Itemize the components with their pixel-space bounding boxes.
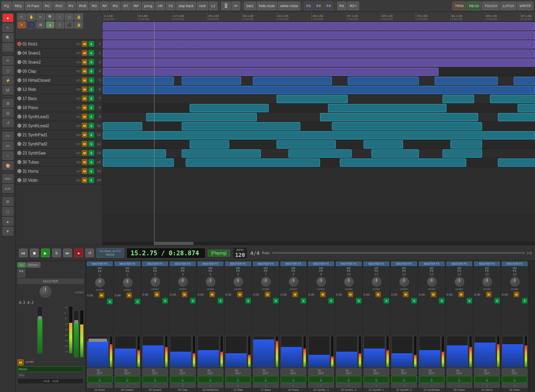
lt-split[interactable]: ⚡ — [2, 76, 13, 85]
ch-inout[interactable]: INOUT — [87, 368, 113, 375]
forward-button[interactable]: ⏭ — [63, 249, 72, 257]
stop-button[interactable]: ⏹ — [30, 249, 39, 257]
clip[interactable] — [146, 113, 257, 121]
ch-fader[interactable] — [253, 336, 275, 368]
clip[interactable] — [364, 140, 403, 149]
tb-vs[interactable]: VS — [166, 2, 175, 10]
track-mute[interactable]: M — [82, 96, 87, 101]
track-solo[interactable]: S — [89, 77, 94, 83]
track-solo[interactable]: S — [89, 177, 94, 183]
tool-x3[interactable]: ⊞ — [36, 21, 45, 28]
track-item-ride[interactable]: 12 Ride I/O M S 6 — [16, 85, 102, 94]
ch-circle[interactable]: ○ — [170, 383, 196, 388]
clip[interactable] — [443, 95, 474, 103]
track-lane-synthsaw[interactable] — [103, 131, 535, 140]
ch-pan-knob[interactable] — [316, 277, 326, 286]
track-mute[interactable]: M — [82, 87, 87, 92]
track-item-hihat[interactable]: 10 HiHatClosed I/O M S 5 — [16, 76, 102, 85]
ch-inout[interactable]: INOUT — [336, 368, 362, 375]
track-lane-snare1[interactable] — [103, 31, 535, 40]
tool-x4[interactable]: ▲ — [46, 21, 55, 28]
clip[interactable] — [332, 122, 482, 130]
lt-mute[interactable]: M — [2, 86, 13, 94]
lt-loop[interactable]: ↺ — [2, 119, 13, 127]
tool-x1[interactable]: ✕ — [17, 21, 26, 28]
lt-arrow-down[interactable]: ▼ — [2, 227, 13, 236]
track-solo[interactable]: S — [89, 123, 94, 128]
ch-fader[interactable] — [225, 336, 247, 368]
tool-x7[interactable]: 🔒 — [74, 21, 83, 28]
tb-rp[interactable]: RP — [132, 2, 141, 10]
track-mute[interactable]: M — [82, 150, 87, 156]
ch-pan-knob[interactable] — [344, 277, 354, 286]
ch-pan-knob[interactable] — [510, 277, 520, 286]
ch-inout[interactable]: INOUT — [142, 368, 168, 375]
clip[interactable] — [103, 149, 166, 158]
tb-rc[interactable]: RC — [43, 2, 53, 10]
clip[interactable] — [103, 77, 174, 85]
ch-fader[interactable] — [308, 336, 330, 368]
track-mute[interactable]: M — [82, 77, 87, 83]
tb-pq[interactable]: PQ — [2, 2, 11, 10]
tb-touch[interactable]: TOUCH — [482, 2, 499, 10]
track-item-piano[interactable]: 18 Piano I/O M S 8 — [16, 103, 102, 112]
ch-solo-btn[interactable]: S — [162, 298, 168, 303]
clip[interactable] — [103, 86, 535, 94]
ch-r[interactable]: ↓R — [225, 376, 251, 383]
tb-fx1[interactable]: FX — [304, 2, 313, 10]
ch-inout[interactable]: INOUT — [474, 368, 500, 375]
tb-fx2[interactable]: FX — [314, 2, 324, 10]
ch-inout[interactable]: INOUT — [170, 368, 196, 375]
lt-select[interactable]: ⬚ — [2, 43, 13, 52]
ch-pan-knob[interactable] — [151, 277, 160, 286]
lt-pencil[interactable]: ✏ — [2, 56, 13, 65]
tb-write[interactable]: WRITE — [517, 2, 533, 10]
tool-x2[interactable]: ⬚ — [27, 21, 36, 28]
ch-mute-btn[interactable]: M — [292, 292, 298, 297]
master-mute[interactable]: M — [17, 359, 24, 366]
ch-pan-knob[interactable] — [289, 277, 298, 286]
tool-x6[interactable]: ⬛ — [65, 21, 73, 28]
empty-lane[interactable] — [103, 167, 535, 215]
lt-eraser[interactable]: ◻ — [2, 66, 13, 75]
tb-hipass[interactable]: Hi Pass — [25, 2, 42, 10]
tb-rg[interactable]: RG — [110, 2, 121, 10]
ch-mute-btn[interactable]: M — [514, 292, 519, 297]
ch-circle[interactable]: ○ — [364, 383, 389, 388]
clip[interactable] — [103, 122, 142, 130]
tool-bezier[interactable]: ~ — [55, 13, 64, 21]
track-solo[interactable]: S — [89, 50, 94, 56]
ch-inout[interactable]: INOUT — [364, 368, 389, 375]
bpm-display[interactable]: BPM 120 — [232, 247, 248, 259]
clip[interactable] — [518, 104, 535, 112]
ch-fader[interactable] — [142, 336, 164, 368]
ch-circle[interactable]: ○ — [474, 383, 500, 388]
pause-button[interactable]: ⏸ — [52, 249, 61, 257]
ch-circle[interactable]: ○ — [281, 383, 306, 388]
track-item-synthpad2[interactable]: 22 SynthPad2 I/O M S 12 — [16, 139, 102, 149]
track-solo[interactable]: S — [89, 96, 94, 101]
track-item-kick1[interactable]: 01 Kick1 I/O M S 1 — [16, 40, 102, 49]
tb-rock[interactable]: rock — [197, 2, 208, 10]
clip[interactable] — [340, 158, 466, 167]
ch-inout[interactable]: INOUT — [446, 368, 472, 375]
track-solo[interactable]: S — [89, 114, 94, 119]
tool-zoom[interactable]: 🔍 — [46, 13, 55, 21]
track-mute[interactable]: M — [82, 168, 87, 174]
ch-circle[interactable]: ○ — [198, 383, 223, 388]
ch-r[interactable]: ↓R — [474, 376, 500, 383]
lt-color[interactable]: 🎨 — [2, 161, 13, 170]
ch-mute-btn[interactable]: M — [182, 292, 187, 297]
play-button[interactable]: ▶ — [41, 249, 50, 257]
track-item-tubas[interactable]: 30 Tubas I/O M S 14 — [16, 158, 102, 167]
track-item-synthlead2[interactable]: 20 SynthLead2 I/O M S 10 — [16, 121, 102, 130]
ch-solo-btn[interactable]: S — [356, 298, 362, 303]
ch-fader[interactable] — [446, 336, 468, 368]
ch-solo-btn[interactable]: S — [328, 298, 334, 303]
track-lane-horns[interactable] — [103, 149, 535, 158]
track-lane-snare2[interactable] — [103, 40, 535, 49]
ch-solo-btn[interactable]: S — [190, 298, 196, 303]
ch-pan-knob[interactable] — [399, 277, 409, 286]
master-io-badge[interactable]: I/O — [17, 262, 26, 268]
ch-circle[interactable]: ○ — [115, 383, 140, 388]
